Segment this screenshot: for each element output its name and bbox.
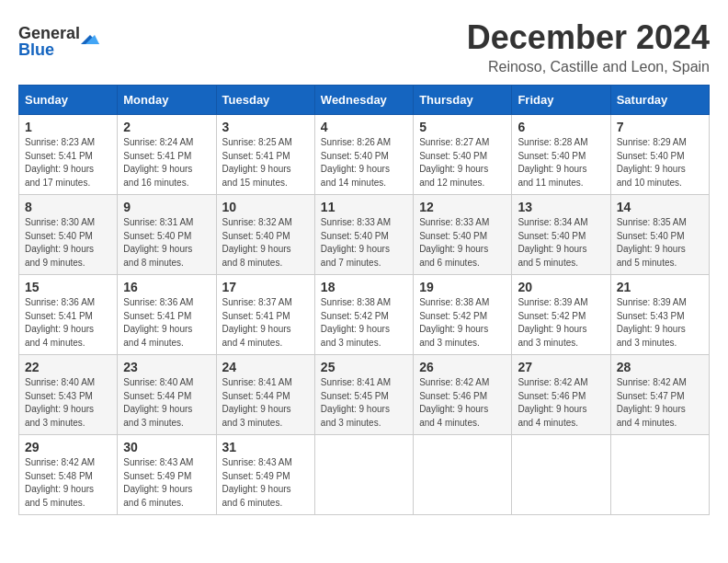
day-number: 13: [518, 200, 604, 214]
day-info: Sunrise: 8:36 AM Sunset: 5:41 PM Dayligh…: [123, 296, 210, 350]
calendar-cell: 4 Sunrise: 8:26 AM Sunset: 5:40 PM Dayli…: [314, 115, 413, 195]
day-info: Sunrise: 8:42 AM Sunset: 5:46 PM Dayligh…: [518, 376, 604, 430]
calendar-cell: 28 Sunrise: 8:42 AM Sunset: 5:47 PM Dayl…: [610, 355, 709, 435]
calendar-cell: 29 Sunrise: 8:42 AM Sunset: 5:48 PM Dayl…: [19, 435, 118, 515]
day-number: 3: [222, 120, 309, 134]
day-info: Sunrise: 8:25 AM Sunset: 5:41 PM Dayligh…: [222, 136, 309, 190]
day-info: Sunrise: 8:33 AM Sunset: 5:40 PM Dayligh…: [321, 216, 407, 270]
calendar-cell: 12 Sunrise: 8:33 AM Sunset: 5:40 PM Dayl…: [414, 195, 512, 275]
day-number: 25: [321, 360, 407, 374]
day-number: 11: [321, 200, 407, 214]
day-info: Sunrise: 8:39 AM Sunset: 5:42 PM Dayligh…: [518, 296, 604, 350]
day-number: 27: [518, 360, 604, 374]
day-number: 8: [25, 200, 111, 214]
calendar-cell: 27 Sunrise: 8:42 AM Sunset: 5:46 PM Dayl…: [512, 355, 610, 435]
calendar-week-1: 1 Sunrise: 8:23 AM Sunset: 5:41 PM Dayli…: [19, 115, 710, 195]
day-info: Sunrise: 8:26 AM Sunset: 5:40 PM Dayligh…: [321, 136, 407, 190]
calendar-cell: 30 Sunrise: 8:43 AM Sunset: 5:49 PM Dayl…: [118, 435, 216, 515]
calendar-cell: 11 Sunrise: 8:33 AM Sunset: 5:40 PM Dayl…: [314, 195, 413, 275]
day-info: Sunrise: 8:35 AM Sunset: 5:40 PM Dayligh…: [617, 216, 703, 270]
day-number: 21: [617, 280, 703, 294]
day-number: 5: [419, 120, 506, 134]
day-info: Sunrise: 8:38 AM Sunset: 5:42 PM Dayligh…: [321, 296, 407, 350]
day-number: 7: [617, 120, 703, 134]
col-header-wednesday: Wednesday: [314, 86, 413, 115]
calendar-cell: 17 Sunrise: 8:37 AM Sunset: 5:41 PM Dayl…: [216, 275, 314, 355]
day-number: 6: [518, 120, 604, 134]
day-number: 17: [222, 280, 309, 294]
calendar-cell: 25 Sunrise: 8:41 AM Sunset: 5:45 PM Dayl…: [314, 355, 413, 435]
calendar-cell: 8 Sunrise: 8:30 AM Sunset: 5:40 PM Dayli…: [19, 195, 118, 275]
calendar-cell: 14 Sunrise: 8:35 AM Sunset: 5:40 PM Dayl…: [610, 195, 709, 275]
day-info: Sunrise: 8:28 AM Sunset: 5:40 PM Dayligh…: [518, 136, 604, 190]
day-number: 1: [25, 120, 111, 134]
calendar-cell: 21 Sunrise: 8:39 AM Sunset: 5:43 PM Dayl…: [610, 275, 709, 355]
day-info: Sunrise: 8:29 AM Sunset: 5:40 PM Dayligh…: [617, 136, 703, 190]
page-header: General Blue December 2024 Reinoso, Cast…: [18, 18, 710, 75]
calendar-title: December 2024: [467, 18, 710, 57]
day-number: 28: [617, 360, 703, 374]
day-number: 4: [321, 120, 407, 134]
logo: General Blue: [18, 18, 101, 60]
day-number: 18: [321, 280, 407, 294]
day-number: 12: [419, 200, 506, 214]
calendar-week-3: 15 Sunrise: 8:36 AM Sunset: 5:41 PM Dayl…: [19, 275, 710, 355]
day-info: Sunrise: 8:36 AM Sunset: 5:41 PM Dayligh…: [25, 296, 111, 350]
calendar-subtitle: Reinoso, Castille and Leon, Spain: [467, 59, 710, 75]
day-info: Sunrise: 8:40 AM Sunset: 5:44 PM Dayligh…: [123, 376, 210, 430]
calendar-cell: 10 Sunrise: 8:32 AM Sunset: 5:40 PM Dayl…: [216, 195, 314, 275]
col-header-friday: Friday: [512, 86, 610, 115]
calendar-table: SundayMondayTuesdayWednesdayThursdayFrid…: [18, 85, 710, 515]
day-number: 30: [123, 440, 210, 454]
col-header-thursday: Thursday: [414, 86, 512, 115]
day-info: Sunrise: 8:43 AM Sunset: 5:49 PM Dayligh…: [222, 456, 309, 510]
col-header-tuesday: Tuesday: [216, 86, 314, 115]
day-info: Sunrise: 8:27 AM Sunset: 5:40 PM Dayligh…: [419, 136, 506, 190]
day-number: 26: [419, 360, 506, 374]
calendar-cell: [610, 435, 709, 515]
calendar-cell: 15 Sunrise: 8:36 AM Sunset: 5:41 PM Dayl…: [19, 275, 118, 355]
calendar-cell: 1 Sunrise: 8:23 AM Sunset: 5:41 PM Dayli…: [19, 115, 118, 195]
calendar-cell: [512, 435, 610, 515]
calendar-cell: 26 Sunrise: 8:42 AM Sunset: 5:46 PM Dayl…: [414, 355, 512, 435]
calendar-cell: 3 Sunrise: 8:25 AM Sunset: 5:41 PM Dayli…: [216, 115, 314, 195]
day-info: Sunrise: 8:37 AM Sunset: 5:41 PM Dayligh…: [222, 296, 309, 350]
day-info: Sunrise: 8:30 AM Sunset: 5:40 PM Dayligh…: [25, 216, 111, 270]
day-info: Sunrise: 8:39 AM Sunset: 5:43 PM Dayligh…: [617, 296, 703, 350]
day-info: Sunrise: 8:23 AM Sunset: 5:41 PM Dayligh…: [25, 136, 111, 190]
day-info: Sunrise: 8:42 AM Sunset: 5:47 PM Dayligh…: [617, 376, 703, 430]
calendar-cell: 16 Sunrise: 8:36 AM Sunset: 5:41 PM Dayl…: [118, 275, 216, 355]
svg-text:Blue: Blue: [18, 40, 54, 59]
title-section: December 2024 Reinoso, Castille and Leon…: [467, 18, 710, 75]
calendar-cell: 31 Sunrise: 8:43 AM Sunset: 5:49 PM Dayl…: [216, 435, 314, 515]
day-number: 23: [123, 360, 210, 374]
calendar-cell: 18 Sunrise: 8:38 AM Sunset: 5:42 PM Dayl…: [314, 275, 413, 355]
day-number: 16: [123, 280, 210, 294]
calendar-cell: [414, 435, 512, 515]
day-info: Sunrise: 8:34 AM Sunset: 5:40 PM Dayligh…: [518, 216, 604, 270]
calendar-header-row: SundayMondayTuesdayWednesdayThursdayFrid…: [19, 86, 710, 115]
day-number: 2: [123, 120, 210, 134]
col-header-monday: Monday: [118, 86, 216, 115]
calendar-cell: 24 Sunrise: 8:41 AM Sunset: 5:44 PM Dayl…: [216, 355, 314, 435]
day-info: Sunrise: 8:31 AM Sunset: 5:40 PM Dayligh…: [123, 216, 210, 270]
svg-text:General: General: [18, 24, 80, 42]
day-number: 24: [222, 360, 309, 374]
day-number: 15: [25, 280, 111, 294]
calendar-cell: 9 Sunrise: 8:31 AM Sunset: 5:40 PM Dayli…: [118, 195, 216, 275]
day-info: Sunrise: 8:33 AM Sunset: 5:40 PM Dayligh…: [419, 216, 506, 270]
col-header-saturday: Saturday: [610, 86, 709, 115]
day-info: Sunrise: 8:42 AM Sunset: 5:46 PM Dayligh…: [419, 376, 506, 430]
day-number: 22: [25, 360, 111, 374]
calendar-cell: 2 Sunrise: 8:24 AM Sunset: 5:41 PM Dayli…: [118, 115, 216, 195]
calendar-cell: [314, 435, 413, 515]
day-number: 20: [518, 280, 604, 294]
day-number: 10: [222, 200, 309, 214]
calendar-cell: 5 Sunrise: 8:27 AM Sunset: 5:40 PM Dayli…: [414, 115, 512, 195]
day-number: 14: [617, 200, 703, 214]
day-info: Sunrise: 8:43 AM Sunset: 5:49 PM Dayligh…: [123, 456, 210, 510]
day-info: Sunrise: 8:40 AM Sunset: 5:43 PM Dayligh…: [25, 376, 111, 430]
col-header-sunday: Sunday: [19, 86, 118, 115]
calendar-cell: 22 Sunrise: 8:40 AM Sunset: 5:43 PM Dayl…: [19, 355, 118, 435]
day-info: Sunrise: 8:41 AM Sunset: 5:44 PM Dayligh…: [222, 376, 309, 430]
